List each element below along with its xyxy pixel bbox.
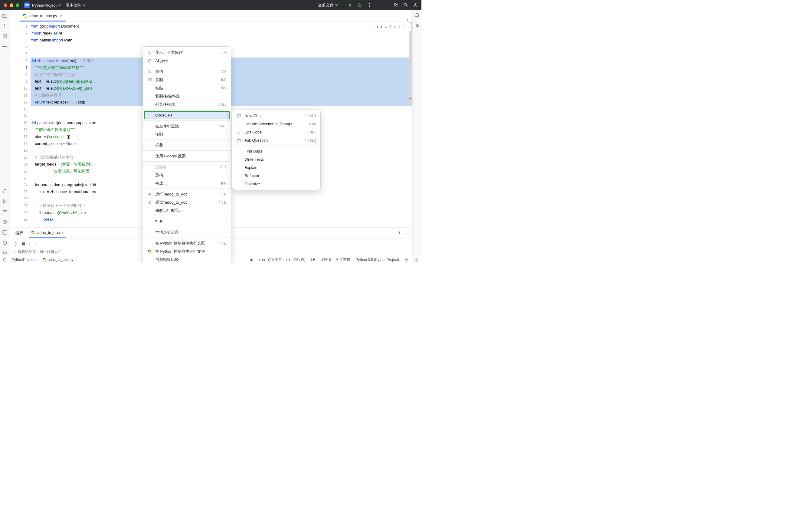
editor-tab[interactable]: adoc_to_doc.py ×: [20, 11, 66, 21]
context-menu-item-7[interactable]: 列选择模式⇧⌘8: [143, 100, 231, 108]
run-tool-icon[interactable]: [2, 198, 8, 204]
vcs-menu[interactable]: 版本控制: [66, 2, 86, 8]
rerun-icon[interactable]: [13, 242, 18, 246]
context-menu-item-5[interactable]: 粘贴⌘V: [143, 84, 231, 92]
codegpt-submenu-item-5[interactable]: Find Bugs: [232, 147, 321, 155]
codegpt-submenu-item-3[interactable]: Ask Question⌃⇧⌘Q: [232, 136, 321, 144]
project-tool-icon[interactable]: [2, 13, 8, 19]
context-menu-item-6[interactable]: 复制/粘贴特殊›: [143, 92, 231, 100]
close-tab-icon[interactable]: ×: [62, 230, 64, 235]
encoding[interactable]: UTF-8: [321, 258, 331, 262]
terminal-tool-icon[interactable]: [2, 229, 8, 236]
vcs-tool-icon[interactable]: [2, 250, 8, 256]
context-menu-item-12[interactable]: 转到›: [143, 130, 231, 138]
maximize-window[interactable]: [16, 3, 19, 7]
chevron-right-icon[interactable]: ›: [14, 250, 15, 254]
commit-tool-icon[interactable]: [2, 33, 8, 39]
run-config-selector[interactable]: 当前文件: [318, 2, 338, 8]
cursor-position[interactable]: 7:22 (246 字符，7 行 换行符): [258, 257, 305, 262]
collapse-button[interactable]: —: [11, 10, 20, 21]
more-tool-icon[interactable]: •••: [2, 44, 8, 50]
left-toolbar: ••• •••: [0, 10, 10, 256]
structure-tool-icon[interactable]: •••: [2, 23, 8, 29]
problems-tool-icon[interactable]: [2, 240, 8, 246]
blank-icon: [237, 165, 242, 170]
more-icon[interactable]: [367, 3, 372, 8]
menu-item-label: Refactor: [245, 173, 316, 178]
add-user-icon[interactable]: [393, 3, 398, 8]
usage-hint: 1 个用法: [80, 59, 94, 63]
context-menu-item-16[interactable]: 使用 Google 搜索: [143, 152, 231, 160]
context-menu-item-22[interactable]: 运行 'adoc_to_doc'⌃⇧R: [143, 190, 231, 198]
more-vertical-icon[interactable]: [397, 230, 401, 235]
context-menu-item-24[interactable]: 修改运行配置…: [143, 206, 231, 215]
warn-icon: ▲: [384, 24, 388, 30]
codegpt-submenu-item-6[interactable]: Write Tests: [232, 155, 321, 163]
context-menu-item-26[interactable]: 打开于›: [143, 217, 231, 226]
context-menu-item-1[interactable]: AI 操作: [143, 57, 231, 65]
search-icon[interactable]: [403, 3, 408, 8]
context-menu-item-23[interactable]: 调试 'adoc_to_doc'⌃⇧D: [143, 198, 231, 206]
run-icon[interactable]: [348, 3, 352, 8]
menu-item-label: 在 Python 控制台中运行文件: [155, 249, 227, 254]
context-menu-item-30[interactable]: 在 Python 控制台中执行选区⌃⇧E: [143, 239, 231, 247]
svg-point-24: [399, 233, 400, 234]
minimize-panel-icon[interactable]: —: [404, 230, 409, 236]
blank-icon: [147, 132, 152, 137]
context-menu-item-14[interactable]: 折叠›: [143, 141, 231, 149]
context-menu-item-4[interactable]: 复制⌘C: [143, 76, 231, 84]
packages-tool-icon[interactable]: [2, 219, 8, 225]
context-menu-item-3[interactable]: 剪切⌘X: [143, 68, 231, 76]
indent[interactable]: 4 个空格: [337, 257, 350, 262]
notifications-icon[interactable]: [415, 13, 420, 19]
python-console-icon[interactable]: [2, 188, 8, 194]
error-stripe[interactable]: [409, 22, 412, 227]
breadcrumb-project[interactable]: PythonProject ›: [12, 258, 37, 262]
context-menu-item-19[interactable]: 重构›: [143, 171, 231, 179]
codegpt-submenu-item-8[interactable]: Refactor: [232, 172, 321, 180]
more-vertical-icon[interactable]: [405, 17, 409, 21]
context-menu-item-0[interactable]: 显示上下文操作⌥⏎: [143, 49, 231, 57]
shortcut: ⌃⇧⌘N: [304, 114, 316, 118]
gear-icon[interactable]: [413, 3, 418, 8]
editor-tabs: — adoc_to_doc.py ×: [10, 10, 412, 22]
debug-icon[interactable]: [357, 3, 362, 8]
codegpt-submenu-item-1[interactable]: Include Selection in Prompt⇧⌘I: [232, 120, 321, 128]
interpreter[interactable]: Python 3.8 (PythonProject): [356, 258, 399, 262]
line-separator[interactable]: LF: [311, 258, 315, 262]
context-menu-item-32[interactable]: 与剪贴板比较: [143, 255, 231, 263]
codegpt-submenu-item-9[interactable]: Optimize: [232, 180, 321, 188]
run-config-tab[interactable]: adoc_to_doc ×: [29, 229, 66, 238]
close-window[interactable]: [4, 3, 7, 7]
close-tab-icon[interactable]: ×: [60, 13, 63, 18]
svg-rect-8: [5, 34, 7, 36]
svg-point-23: [399, 232, 400, 233]
chevron-up-icon[interactable]: ⌃: [402, 24, 405, 30]
svg-point-17: [3, 254, 4, 255]
context-menu-item-11[interactable]: 在文件中查找⇧⌘F: [143, 122, 231, 130]
project-selector[interactable]: PythonProject: [32, 3, 61, 8]
svg-rect-32: [148, 59, 151, 62]
readonly-icon[interactable]: [404, 258, 409, 262]
stop-icon[interactable]: [21, 242, 26, 246]
svg-point-13: [3, 213, 4, 214]
more-vertical-icon[interactable]: [33, 242, 37, 246]
menu-item-label: 重构: [155, 172, 222, 178]
codegpt-status-icon[interactable]: ◉: [250, 258, 253, 262]
chevron-down-icon[interactable]: ⌄: [407, 24, 410, 30]
context-menu-item-31[interactable]: 在 Python 控制台中运行文件: [143, 247, 231, 255]
context-menu-item-28[interactable]: 本地历史记录›: [143, 228, 231, 236]
minimize-window[interactable]: [10, 3, 13, 7]
services-tool-icon[interactable]: [2, 209, 8, 215]
context-menu-item-20[interactable]: 生成…⌘N: [143, 179, 231, 187]
ai-assistant-icon[interactable]: [415, 23, 420, 29]
breadcrumb-file[interactable]: adoc_to_doc.py: [42, 258, 74, 262]
codegpt-submenu-item-2[interactable]: Edit Code⇧⌘K: [232, 128, 321, 136]
problems-status-icon[interactable]: [414, 258, 419, 262]
blank-icon: [147, 257, 152, 262]
context-menu-item-9[interactable]: CodeGPT›: [144, 111, 230, 119]
inspection-bar[interactable]: ●4 ▲1 ✔1 ⌃ ⌄: [375, 23, 411, 31]
codegpt-submenu-item-0[interactable]: New Chat⌃⇧⌘N: [232, 112, 321, 120]
warn-count: 1: [390, 24, 392, 30]
codegpt-submenu-item-7[interactable]: Explain: [232, 163, 321, 172]
